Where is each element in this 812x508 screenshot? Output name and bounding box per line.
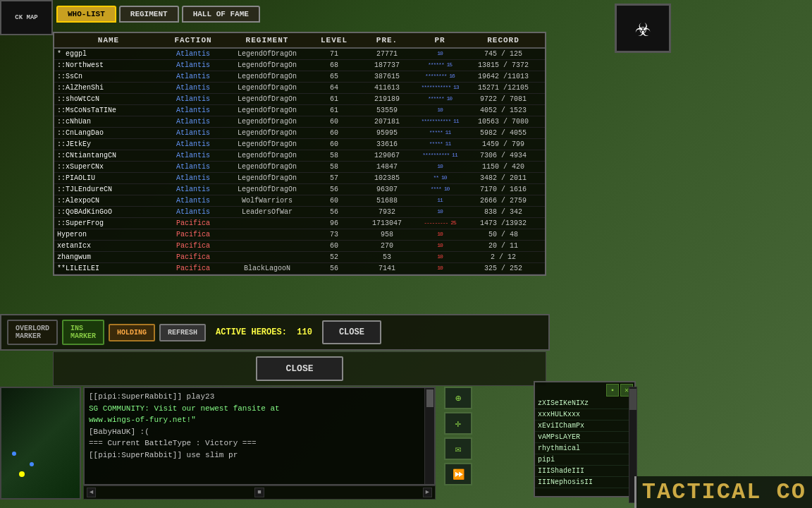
holding-button[interactable]: HOLDING	[109, 324, 155, 341]
cell-regiment: LegendOfDragOn	[225, 49, 309, 59]
cell-extra	[542, 49, 545, 59]
right-player-item[interactable]: xEviIChamPx	[535, 421, 634, 432]
table-row[interactable]: ::QoBAdKinGoO Atlantis LeadersOfWar 56 7…	[54, 207, 545, 218]
table-row[interactable]: ::JEtkEy Atlantis LegendOfDragOn 60 3361…	[54, 139, 545, 150]
chat-body[interactable]: [[pipi:SuperRabbit]] play23SG COMMUNITY:…	[85, 388, 434, 473]
player-list-panel: NAME FACTION REGIMENT LEVEL PRE. PR RECO…	[53, 32, 546, 276]
person-icon[interactable]: ✛	[444, 412, 472, 435]
tab-hall-of-fame[interactable]: HALL OF FAME	[182, 6, 260, 23]
cell-regiment: LegendOfDragOn	[225, 174, 309, 183]
close-button-1[interactable]: CLOSE	[322, 320, 381, 344]
table-row[interactable]: ::PIAOLIU Atlantis LegendOfDragOn 57 102…	[54, 173, 545, 184]
cell-level: 65	[309, 72, 359, 81]
right-player-item[interactable]: IIIShadeIII	[535, 466, 634, 477]
cell-faction: Atlantis	[161, 196, 225, 205]
cell-faction: Atlantis	[161, 83, 225, 92]
cell-record: 325 / 252	[465, 264, 542, 273]
fast-forward-icon[interactable]: ⏩	[444, 463, 472, 485]
chat-nav-stop[interactable]: ■	[254, 488, 264, 497]
cell-extra	[542, 207, 545, 217]
cell-level: 96	[309, 219, 359, 228]
cell-stars: *********** 13	[415, 83, 465, 92]
right-player-item[interactable]: rhythmical	[535, 443, 634, 454]
cell-faction: Atlantis	[161, 207, 225, 217]
cell-extra	[542, 117, 545, 126]
cell-level: 73	[309, 230, 359, 239]
table-row[interactable]: ::CNtiantangCN Atlantis LegendOfDragOn 5…	[54, 150, 545, 162]
list-header: NAME FACTION REGIMENT LEVEL PRE. PR RECO…	[54, 33, 545, 49]
cell-name: ::MsCoNsTaTINe	[56, 106, 161, 115]
table-row[interactable]: ::Northwest Atlantis LegendOfDragOn 68 1…	[54, 60, 545, 71]
cell-name: ::CNtiantangCN	[56, 151, 161, 160]
cell-extra	[542, 106, 545, 115]
cell-level: 60	[309, 196, 359, 205]
table-row[interactable]: ::cNhUan Atlantis LegendOfDragOn 60 2071…	[54, 116, 545, 128]
cell-faction: Atlantis	[161, 185, 225, 194]
cell-level: 60	[309, 117, 359, 126]
table-row[interactable]: ::SuperFrog Pacifica 96 1713047 --------…	[54, 218, 545, 229]
table-row[interactable]: ::SsCn Atlantis LegendOfDragOn 65 387615…	[54, 71, 545, 83]
cell-pre: 53559	[359, 106, 415, 115]
panel-toggle-btn[interactable]: ▪	[606, 384, 619, 397]
cell-extra	[542, 219, 545, 228]
table-row[interactable]: ::AlZhenShi Atlantis LegendOfDragOn 64 4…	[54, 83, 545, 94]
cell-name: ::QoBAdKinGoO	[56, 207, 161, 217]
cell-stars: ******** 16	[415, 72, 465, 81]
cell-level: 57	[309, 174, 359, 183]
table-row[interactable]: ::CnLangDao Atlantis LegendOfDragOn 60 9…	[54, 128, 545, 139]
cell-level: 60	[309, 140, 359, 149]
cell-level: 56	[309, 264, 359, 273]
table-row[interactable]: ::AlexpoCN Atlantis WolfWarriors 60 5168…	[54, 195, 545, 207]
cell-level: 56	[309, 207, 359, 217]
table-row[interactable]: xetanIcx Pacifica 60 270 10 20 / 11	[54, 241, 545, 252]
right-player-item[interactable]: IIINephosisII	[535, 477, 634, 488]
cell-faction: Pacifica	[161, 241, 225, 250]
cell-record: 7170 / 1616	[465, 185, 542, 194]
cell-pre: 270	[359, 241, 415, 250]
cell-regiment: LegendOfDragOn	[225, 117, 309, 126]
scroll-thumb	[629, 389, 636, 410]
tab-who-list[interactable]: WHO-LIST	[56, 6, 116, 23]
cell-regiment	[225, 230, 309, 239]
cell-stars: 11	[415, 196, 465, 205]
cell-pre: 53	[359, 253, 415, 262]
message-icon[interactable]: ✉	[444, 437, 472, 460]
table-row[interactable]: * eggpl Atlantis LegendOfDragOn 71 27771…	[54, 49, 545, 60]
right-player-item[interactable]: pipi	[535, 454, 634, 466]
map-panel[interactable]: CK MAP	[0, 0, 53, 35]
chat-scrollbar[interactable]	[424, 388, 434, 484]
cell-level: 71	[309, 49, 359, 59]
table-row[interactable]: ::xSuperCNx Atlantis LegendOfDragOn 58 1…	[54, 162, 545, 173]
player-list-body[interactable]: * eggpl Atlantis LegendOfDragOn 71 27771…	[54, 49, 545, 274]
tab-regiment[interactable]: REGIMENT	[119, 6, 179, 23]
cell-name: ::AlexpoCN	[56, 196, 161, 205]
cell-record: 1459 / 799	[465, 140, 542, 149]
overlord-marker-button[interactable]: OVERLORDMARKER	[7, 320, 58, 345]
right-player-item[interactable]: xxxHULKxxx	[535, 409, 634, 421]
cell-pre: 219189	[359, 95, 415, 104]
table-row[interactable]: ::TJLEndureCN Atlantis LegendOfDragOn 56…	[54, 184, 545, 195]
right-player-item[interactable]: vAMPsLAYER	[535, 432, 634, 443]
close-button-2[interactable]: CLOSE	[256, 356, 343, 381]
chat-nav-next[interactable]: ►	[423, 488, 432, 497]
table-row[interactable]: ::MsCoNsTaTINe Atlantis LegendOfDragOn 6…	[54, 105, 545, 116]
tab-bar: WHO-LIST REGIMENT HALL OF FAME	[56, 6, 260, 23]
cell-faction: Pacifica	[161, 219, 225, 228]
refresh-button[interactable]: REFRESH	[159, 324, 206, 341]
cell-stars: 10	[415, 230, 465, 239]
target-icon[interactable]: ⊕	[444, 387, 472, 409]
cell-record: 3482 / 2011	[465, 174, 542, 183]
cell-record: 4052 / 1523	[465, 106, 542, 115]
table-row[interactable]: zhangwum Pacifica 52 53 10 2 / 12	[54, 252, 545, 263]
chat-nav-prev[interactable]: ◄	[87, 488, 96, 497]
cell-record: 2666 / 2759	[465, 196, 542, 205]
right-player-item[interactable]: zXISeIKeNIXz	[535, 398, 634, 409]
close-panel-2: CLOSE	[53, 351, 546, 386]
cell-record: 1473 /13932	[465, 219, 542, 228]
table-row[interactable]: ::shoWtCcN Atlantis LegendOfDragOn 61 21…	[54, 94, 545, 105]
table-row[interactable]: **LILEILEI Pacifica BlackLagooN 56 7141 …	[54, 263, 545, 274]
cell-stars: *********** 11	[415, 117, 465, 126]
ins-marker-button[interactable]: INSMARKER	[62, 320, 104, 345]
table-row[interactable]: Hyperon Pacifica 73 958 10 50 / 48	[54, 229, 545, 241]
cell-record: 50 / 48	[465, 230, 542, 239]
